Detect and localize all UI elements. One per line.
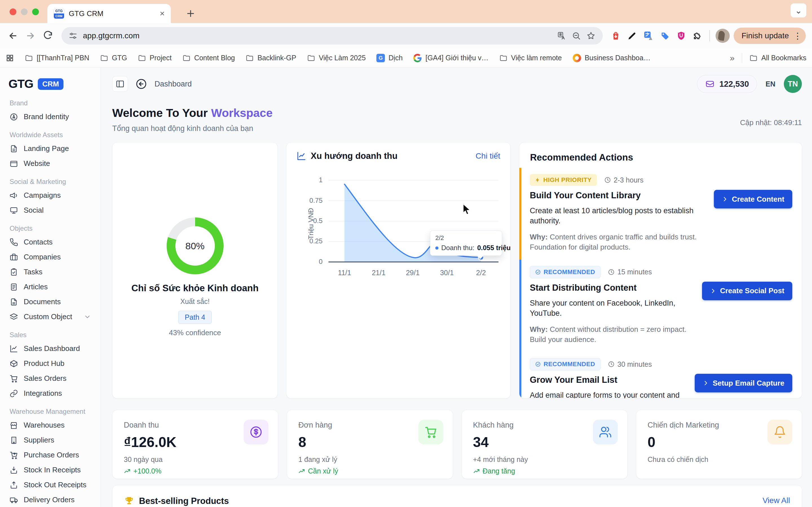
language-switcher[interactable]: EN <box>765 80 775 88</box>
sidebar-item-landing-page[interactable]: Landing Page <box>8 141 93 156</box>
address-bar[interactable]: app.gtgcrm.com <box>61 27 603 45</box>
page-header: Dashboard 122,530 EN TN <box>112 74 802 94</box>
zoom-out-icon[interactable] <box>572 31 581 40</box>
x-tick: 11/1 <box>329 269 360 277</box>
bookmark-item[interactable]: Content Blog <box>183 54 235 62</box>
recommended-badge: RECOMMENDED <box>530 266 601 278</box>
google-translate-extension-icon[interactable] <box>642 30 655 42</box>
tab-search-button[interactable]: ⌄ <box>791 3 806 17</box>
apps-grid-icon[interactable] <box>6 54 14 62</box>
sidebar-item-integrations[interactable]: Integrations <box>8 386 93 401</box>
setup-email-capture-button[interactable]: Setup Email Capture <box>695 374 792 392</box>
user-avatar[interactable]: TN <box>784 75 802 93</box>
duration-text: 15 minutes <box>608 268 652 276</box>
chart-canvas <box>328 175 500 282</box>
bookmarks-overflow-icon[interactable]: » <box>730 53 735 63</box>
stat-card-orders: Đơn hàng 8 1 đang xử lý Cần xử lý <box>287 410 453 479</box>
duration-text: 30 minutes <box>608 360 652 369</box>
bookmark-item[interactable]: Việc Làm 2025 <box>307 54 366 62</box>
sidebar-item-stock-out-receipts[interactable]: Stock Out Receipts <box>8 477 93 492</box>
browser-menu-icon[interactable]: ⋮ <box>794 31 802 41</box>
extensions-puzzle-icon[interactable] <box>691 30 704 42</box>
shopping-extension-icon[interactable] <box>610 30 622 42</box>
sidebar-item-warehouses[interactable]: Warehouses <box>8 418 93 433</box>
bookmark-star-icon[interactable] <box>587 31 596 40</box>
last-updated-text: Cập nhật: 08:49:11 <box>740 118 802 127</box>
briefcase-icon <box>10 253 18 262</box>
stat-trend: Đang tăng <box>473 467 616 475</box>
megaphone-icon <box>10 191 18 200</box>
forward-icon[interactable] <box>24 29 37 43</box>
sidebar-item-contacts[interactable]: Contacts <box>8 235 93 249</box>
minimize-window-button[interactable] <box>21 8 28 15</box>
fullscreen-window-button[interactable] <box>32 8 39 15</box>
x-tick: 2/2 <box>465 269 497 277</box>
cart-icon <box>418 420 443 445</box>
all-bookmarks-button[interactable]: All Bookmarks <box>749 54 806 62</box>
sidebar-item-purchase-orders[interactable]: Purchase Orders <box>8 448 93 462</box>
browser-window-icon <box>10 159 18 168</box>
dashboard-site-icon <box>573 54 581 62</box>
bookmark-item[interactable]: Backlink-GP <box>246 54 296 62</box>
sidebar-item-campaigns[interactable]: Campaigns <box>8 188 93 203</box>
page-back-button[interactable] <box>134 77 148 91</box>
document-icon <box>10 145 18 153</box>
sidebar-item-sales-dashboard[interactable]: Sales Dashboard <box>8 341 93 356</box>
chevron-right-icon <box>703 380 709 386</box>
actions-title: Recommended Actions <box>519 152 802 163</box>
package-icon <box>10 359 18 368</box>
bookmark-item[interactable]: GTG <box>100 54 127 62</box>
sidebar-item-articles[interactable]: Articles <box>8 279 93 294</box>
folder-icon <box>183 54 191 62</box>
sidebar-item-brand-identity[interactable]: Brand Identity <box>8 109 93 124</box>
stat-sub: 30 ngày qua <box>124 455 267 464</box>
sidebar-item-product-hub[interactable]: Product Hub <box>8 356 93 371</box>
bookmark-item[interactable]: [[ThanhTra] PBN <box>25 54 89 62</box>
browser-profile-avatar[interactable] <box>716 29 730 43</box>
create-content-button[interactable]: Create Content <box>714 190 792 209</box>
action-item-content-library: HIGH PRIORITY 2-3 hours Build Your Conte… <box>519 168 802 260</box>
sidebar-item-delivery-orders[interactable]: Delivery Orders <box>8 492 93 507</box>
create-social-post-button[interactable]: Create Social Post <box>702 282 792 300</box>
finish-update-button[interactable]: Finish update ⋮ <box>733 27 806 44</box>
site-settings-icon[interactable] <box>69 32 77 40</box>
arrow-left-circle-icon <box>135 78 147 90</box>
back-icon[interactable] <box>6 29 20 43</box>
sidebar-toggle-button[interactable] <box>112 76 128 92</box>
sidebar-item-website[interactable]: Website <box>8 156 93 171</box>
sidebar-item-social[interactable]: Social <box>8 203 93 218</box>
sidebar-item-suppliers[interactable]: Suppliers <box>8 433 93 448</box>
view-all-link[interactable]: View All <box>762 496 790 505</box>
tab-close-icon[interactable]: × <box>160 9 165 18</box>
tag-extension-icon[interactable] <box>659 30 671 42</box>
sidebar-item-sales-orders[interactable]: Sales Orders <box>8 371 93 386</box>
credits-pill[interactable]: 122,530 <box>697 75 757 93</box>
chart-details-link[interactable]: Chi tiết <box>476 152 500 161</box>
bookmark-item[interactable]: [GA4] Giới thiệu v… <box>413 54 488 62</box>
bookmark-item[interactable]: G Dịch <box>376 54 403 62</box>
sidebar-item-companies[interactable]: Companies <box>8 249 93 265</box>
new-tab-button[interactable] <box>183 6 199 21</box>
recommended-actions-card: Recommended Actions HIGH PRIORITY 2-3 ho… <box>519 142 802 399</box>
sidebar-item-custom-object[interactable]: Custom Object <box>8 309 93 324</box>
sidebar-item-stock-in-receipts[interactable]: Stock In Receipts <box>8 462 93 477</box>
stock-in-icon <box>10 466 18 474</box>
browser-tab[interactable]: GTG CRM GTG CRM × <box>47 4 171 23</box>
action-why: Why: Content without distribution = zero… <box>530 324 694 345</box>
url-text[interactable]: app.gtgcrm.com <box>83 31 552 40</box>
bookmark-item[interactable]: Business Dashboa… <box>573 54 651 62</box>
stat-trend: +100.0% <box>124 467 267 475</box>
sidebar-item-documents[interactable]: Documents <box>8 294 93 309</box>
translate-page-icon[interactable] <box>557 31 566 40</box>
tab-title: GTG CRM <box>69 9 155 18</box>
folder-icon <box>25 54 33 62</box>
ublock-extension-icon[interactable] <box>675 30 688 42</box>
bookmark-item[interactable]: Project <box>138 54 172 62</box>
y-tick: 0 <box>302 258 322 266</box>
pen-extension-icon[interactable] <box>626 30 638 42</box>
sidebar-item-tasks[interactable]: Tasks <box>8 265 93 279</box>
reload-icon[interactable] <box>41 29 55 43</box>
clipboard-check-icon <box>10 268 18 276</box>
bookmark-item[interactable]: Việc làm remote <box>499 54 562 62</box>
close-window-button[interactable] <box>10 8 16 15</box>
